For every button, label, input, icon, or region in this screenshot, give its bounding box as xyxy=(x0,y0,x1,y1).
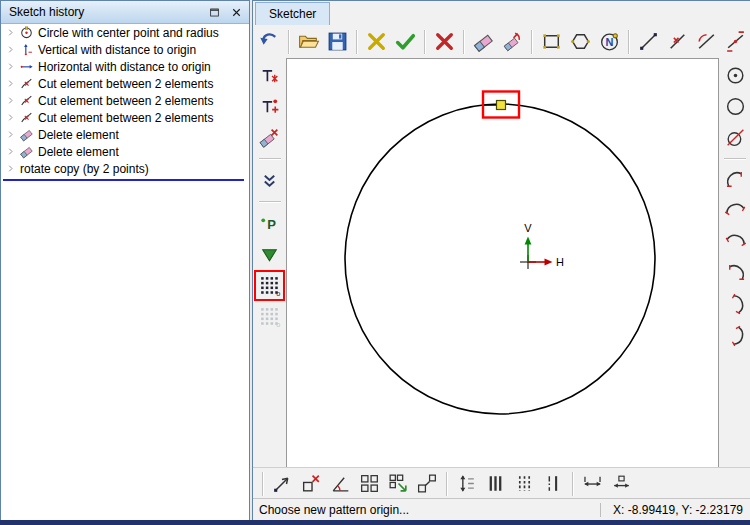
save-button[interactable] xyxy=(324,28,351,55)
dim-delete-button[interactable] xyxy=(298,470,325,497)
svg-text:P: P xyxy=(267,217,276,232)
open-icon xyxy=(297,30,320,53)
dim-angle-button[interactable] xyxy=(327,470,354,497)
sketcher-bottom-toolbar xyxy=(253,467,750,499)
history-item[interactable]: rotate copy (by 2 points) xyxy=(1,160,249,177)
arc-r4-button[interactable] xyxy=(722,260,749,287)
dim-vertical-button[interactable] xyxy=(453,470,480,497)
line-edge-tool-button[interactable] xyxy=(722,28,749,55)
circle-center-button[interactable] xyxy=(722,62,749,89)
point-p-button[interactable]: P xyxy=(256,210,283,237)
close-button[interactable] xyxy=(226,4,246,21)
arc-r5-button[interactable] xyxy=(722,291,749,318)
history-item-label: Circle with center point and radius xyxy=(37,26,219,40)
arc-r1-button[interactable] xyxy=(722,167,749,194)
circle-tangent-icon xyxy=(724,126,747,149)
arc-r5-icon xyxy=(724,293,747,316)
maximize-button[interactable] xyxy=(204,4,224,21)
dim-scale-icon xyxy=(416,472,439,495)
history-item[interactable]: Delete element xyxy=(1,126,249,143)
v-axis-label: V xyxy=(524,222,532,234)
history-item[interactable]: Cut element between 2 elements xyxy=(1,92,249,109)
accept-button[interactable] xyxy=(392,28,419,55)
point-t2-button[interactable] xyxy=(256,93,283,120)
sketch-history-titlebar[interactable]: Sketch history xyxy=(1,1,249,24)
spline-n-tool-button[interactable]: N xyxy=(596,28,623,55)
line-angle-tool-button[interactable] xyxy=(693,28,720,55)
history-item[interactable]: Horizontal with distance to origin xyxy=(1,58,249,75)
sketch-circle[interactable] xyxy=(345,104,655,414)
arc-r3-icon xyxy=(724,231,747,254)
polygon-tool-button[interactable] xyxy=(567,28,594,55)
expand-arrow-icon[interactable] xyxy=(5,95,16,106)
circle-plain-button[interactable] xyxy=(722,93,749,120)
pattern-grid-alt-button[interactable]: o xyxy=(256,303,283,330)
line-cross-tool-button[interactable] xyxy=(664,28,691,55)
eraser-button[interactable] xyxy=(470,28,497,55)
collapse-double-icon xyxy=(258,169,281,192)
point-erase-icon xyxy=(258,126,281,149)
history-item[interactable]: Cut element between 2 elements xyxy=(1,109,249,126)
sketcher-window: Sketcher N Poo V H xyxy=(252,0,750,522)
history-item[interactable]: Circle with center point and radius xyxy=(1,24,249,41)
pattern-squares-arrow-icon xyxy=(387,472,410,495)
point-t1-button[interactable] xyxy=(256,62,283,89)
sketch-history-list: Circle with center point and radius Vert… xyxy=(1,24,249,177)
pattern-squares-button[interactable] xyxy=(356,470,383,497)
undo-button[interactable] xyxy=(256,28,283,55)
toolbar-separator xyxy=(259,201,281,203)
window-buttons xyxy=(204,4,246,21)
cursor-coordinates: X: -8.99419, Y: -2.23179 xyxy=(600,503,743,517)
delete-yellow-icon xyxy=(365,30,388,53)
sketch-history-title: Sketch history xyxy=(9,5,204,19)
expand-arrow-icon[interactable] xyxy=(5,146,16,157)
tab-sketcher[interactable]: Sketcher xyxy=(255,2,330,25)
line-tool-icon xyxy=(637,30,660,53)
collapse-double-button[interactable] xyxy=(256,167,283,194)
open-button[interactable] xyxy=(295,28,322,55)
hatch-axis-button[interactable] xyxy=(540,470,567,497)
expand-arrow-icon[interactable] xyxy=(5,27,16,38)
expand-arrow-icon[interactable] xyxy=(5,163,16,174)
expand-arrow-icon[interactable] xyxy=(5,61,16,72)
pattern-squares-arrow-button[interactable] xyxy=(385,470,412,497)
toolbar-separator xyxy=(628,30,630,54)
dim-scale-button[interactable] xyxy=(414,470,441,497)
dim-linear-button[interactable] xyxy=(579,470,606,497)
undo-icon xyxy=(258,30,281,53)
pattern-squares-icon xyxy=(358,472,381,495)
hatch-dashed-icon xyxy=(513,472,536,495)
pattern-triangle-button[interactable] xyxy=(256,241,283,268)
dim-baseline-button[interactable] xyxy=(608,470,635,497)
arc-r6-button[interactable] xyxy=(722,322,749,349)
expand-arrow-icon[interactable] xyxy=(5,129,16,140)
toolbar-separator xyxy=(446,472,448,496)
history-item-label: rotate copy (by 2 points) xyxy=(19,162,149,176)
hatch-dashed-button[interactable] xyxy=(511,470,538,497)
rect-tool-button[interactable] xyxy=(538,28,565,55)
cancel-button[interactable] xyxy=(431,28,458,55)
history-item[interactable]: Vertical with distance to origin xyxy=(1,41,249,58)
dim-move-button[interactable] xyxy=(269,470,296,497)
arc-r2-button[interactable] xyxy=(722,198,749,225)
point-erase-button[interactable] xyxy=(256,124,283,151)
arc-r3-button[interactable] xyxy=(722,229,749,256)
pattern-grid-button[interactable]: o xyxy=(256,272,283,299)
expand-arrow-icon[interactable] xyxy=(5,44,16,55)
erase-marks-button[interactable] xyxy=(499,28,526,55)
expand-arrow-icon[interactable] xyxy=(5,78,16,89)
toolbar-separator xyxy=(259,158,281,160)
expand-arrow-icon[interactable] xyxy=(5,112,16,123)
delete-yellow-button[interactable] xyxy=(363,28,390,55)
circle-tangent-button[interactable] xyxy=(722,124,749,151)
history-item[interactable]: Delete element xyxy=(1,143,249,160)
arc-r4-icon xyxy=(724,262,747,285)
history-item-label: Delete element xyxy=(37,145,119,159)
hatch-solid-button[interactable] xyxy=(482,470,509,497)
dim-angle-icon xyxy=(329,472,352,495)
sketch-canvas[interactable]: V H xyxy=(286,58,719,468)
pattern-origin-point[interactable] xyxy=(497,101,506,110)
history-item[interactable]: Cut element between 2 elements xyxy=(1,75,249,92)
line-angle-tool-icon xyxy=(695,30,718,53)
line-tool-button[interactable] xyxy=(635,28,662,55)
